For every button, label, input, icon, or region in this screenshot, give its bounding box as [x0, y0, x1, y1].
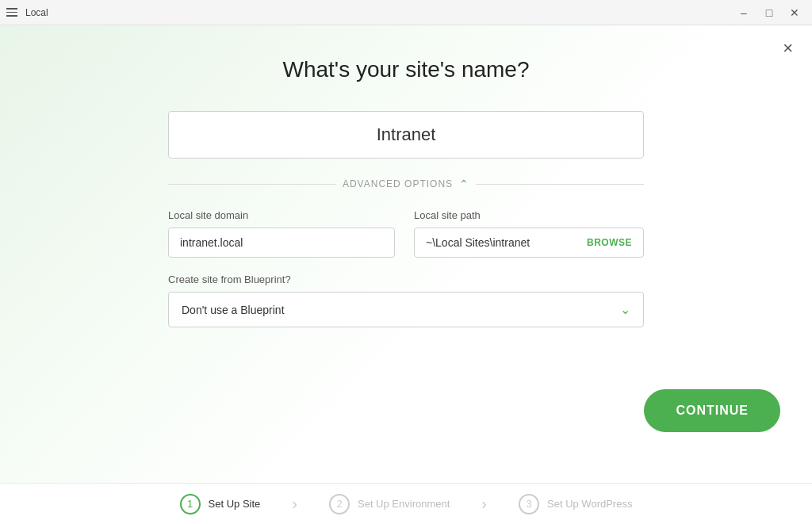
- titlebar: Local – □ ✕: [0, 0, 812, 25]
- titlebar-left: Local: [6, 7, 48, 18]
- modal-close-button[interactable]: ×: [783, 40, 793, 57]
- local-site-path-label: Local site path: [414, 209, 644, 221]
- local-site-path-input[interactable]: [415, 228, 576, 257]
- main-content: × What's your site's name? ADVANCED OPTI…: [0, 25, 812, 483]
- site-name-input[interactable]: [168, 111, 644, 159]
- app-title: Local: [25, 7, 48, 18]
- step-arrow-2: ›: [481, 495, 487, 513]
- titlebar-controls: – □ ✕: [733, 5, 806, 21]
- local-site-path-group: Local site path BROWSE: [414, 209, 644, 258]
- step-2-label: Set Up Environment: [358, 498, 450, 510]
- maximize-button[interactable]: □: [758, 5, 780, 21]
- chevron-down-icon: ⌄: [620, 302, 630, 317]
- blueprint-row: Create site from Blueprint? Don't use a …: [168, 273, 644, 327]
- step-1-label: Set Up Site: [209, 498, 261, 510]
- domain-path-row: Local site domain Local site path BROWSE: [168, 209, 644, 258]
- advanced-options-label: ADVANCED OPTIONS: [343, 178, 453, 189]
- blueprint-label: Create site from Blueprint?: [168, 273, 644, 285]
- local-site-domain-input[interactable]: [168, 228, 395, 258]
- chevron-up-icon: ⌃: [459, 178, 469, 190]
- step-1: 1 Set Up Site: [156, 494, 285, 514]
- local-site-domain-group: Local site domain: [168, 209, 395, 258]
- minimize-button[interactable]: –: [733, 5, 755, 21]
- step-2: 2 Set Up Environment: [305, 494, 473, 514]
- stepper: 1 Set Up Site › 2 Set Up Environment › 3…: [0, 483, 812, 524]
- blueprint-value: Don't use a Blueprint: [182, 304, 285, 316]
- local-site-domain-label: Local site domain: [168, 209, 395, 221]
- window-close-button[interactable]: ✕: [783, 5, 806, 21]
- continue-button[interactable]: CONTINUE: [644, 389, 780, 432]
- hamburger-icon[interactable]: [6, 8, 17, 17]
- local-site-path-field: BROWSE: [414, 228, 644, 258]
- step-2-number: 2: [329, 494, 350, 514]
- step-3: 3 Set Up WordPress: [495, 494, 656, 514]
- advanced-options-toggle[interactable]: ADVANCED OPTIONS ⌃: [168, 178, 644, 190]
- page-title: What's your site's name?: [282, 57, 529, 82]
- step-3-number: 3: [519, 494, 539, 514]
- step-3-label: Set Up WordPress: [547, 498, 632, 510]
- blueprint-dropdown[interactable]: Don't use a Blueprint ⌄: [168, 292, 644, 327]
- advanced-fields: Local site domain Local site path BROWSE…: [168, 209, 644, 327]
- browse-button[interactable]: BROWSE: [576, 229, 643, 256]
- step-arrow-1: ›: [292, 495, 297, 513]
- step-1-number: 1: [180, 494, 201, 514]
